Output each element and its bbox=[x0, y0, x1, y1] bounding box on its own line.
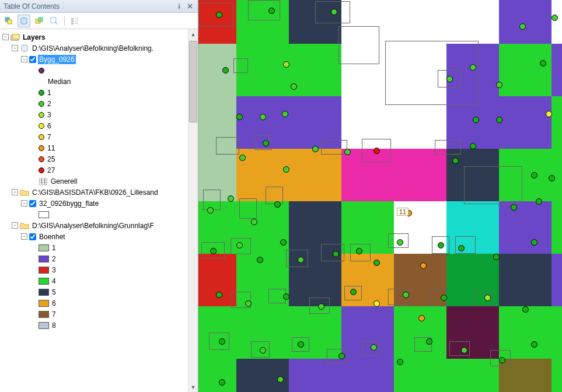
point-symbol bbox=[344, 149, 351, 155]
layers-root-label[interactable]: Layers bbox=[22, 33, 47, 42]
options-button[interactable] bbox=[68, 15, 81, 27]
grid-cell bbox=[499, 254, 551, 306]
datasource-path[interactable]: C:\GIS\BASISDATA\FKB\0926_Lillesand bbox=[31, 188, 159, 197]
symbol-label[interactable]: 7 bbox=[51, 310, 57, 319]
point-symbol bbox=[546, 111, 552, 117]
close-icon[interactable] bbox=[185, 2, 194, 10]
point-symbol bbox=[283, 166, 289, 173]
point-symbol bbox=[268, 8, 275, 14]
symbol-circle bbox=[39, 156, 44, 162]
point-symbol bbox=[397, 359, 403, 365]
list-by-selection-button[interactable] bbox=[48, 15, 61, 27]
point-symbol bbox=[519, 23, 526, 30]
symbol-label[interactable]: 5 bbox=[51, 288, 57, 297]
symbol-label[interactable] bbox=[46, 70, 48, 71]
scroll-down-button[interactable]: ▼ bbox=[189, 382, 198, 392]
scroll-thumb[interactable] bbox=[189, 41, 197, 123]
datasource-path[interactable]: D:\GIS\Analyser\Befolkning\Befolkning. bbox=[31, 44, 155, 53]
point-symbol bbox=[283, 293, 289, 300]
toc-panel: Table Of Contents − Layers −D:\GIS\Analy… bbox=[0, 0, 198, 392]
list-by-source-button[interactable] bbox=[18, 15, 30, 27]
point-symbol bbox=[282, 111, 288, 117]
svg-rect-6 bbox=[71, 18, 74, 20]
point-symbol bbox=[338, 353, 345, 359]
layer-checkbox[interactable] bbox=[29, 200, 36, 207]
expand-toggle[interactable]: − bbox=[21, 200, 27, 206]
point-symbol bbox=[531, 239, 537, 246]
expand-toggle[interactable]: − bbox=[12, 45, 18, 51]
point-symbol bbox=[397, 239, 403, 246]
datasource-path[interactable]: D:\GIS\Analyser\Befolkning\Grunnlag\F bbox=[31, 221, 155, 230]
symbol-label[interactable]: 25 bbox=[46, 155, 56, 164]
toolbar-separator bbox=[64, 16, 65, 26]
symbol-label[interactable]: 7 bbox=[46, 132, 53, 142]
point-symbol bbox=[470, 64, 476, 71]
expand-toggle[interactable]: − bbox=[21, 56, 27, 62]
building-outline bbox=[266, 187, 283, 204]
scroll-up-button[interactable]: ▲ bbox=[189, 29, 198, 39]
layer-tree[interactable]: − Layers −D:\GIS\Analyser\Befolkning\Bef… bbox=[0, 29, 198, 392]
point-symbol bbox=[371, 344, 377, 351]
point-symbol bbox=[356, 248, 362, 254]
toc-scrollbar[interactable]: ▲ ▼ bbox=[188, 29, 198, 392]
symbol-label[interactable]: 27 bbox=[46, 166, 56, 175]
building-outline bbox=[216, 137, 239, 155]
symbol-label[interactable]: 4 bbox=[51, 276, 57, 286]
symbol-circle bbox=[39, 112, 44, 118]
point-symbol bbox=[263, 140, 269, 146]
expand-toggle[interactable]: − bbox=[2, 34, 9, 40]
layer-name[interactable]: Bygg_0926 bbox=[38, 55, 76, 64]
point-symbol bbox=[280, 239, 287, 246]
symbol-label[interactable]: 6 bbox=[51, 299, 57, 308]
symbol-label[interactable]: 11 bbox=[46, 144, 56, 153]
toc-titlebar: Table Of Contents bbox=[0, 0, 198, 13]
symbol-label[interactable]: 6 bbox=[46, 121, 53, 131]
point-symbol bbox=[531, 172, 537, 178]
point-symbol bbox=[210, 248, 217, 254]
point-symbol bbox=[499, 357, 505, 363]
symbol-label[interactable]: 1 bbox=[46, 88, 53, 97]
symbol-label[interactable]: 1 bbox=[51, 243, 57, 253]
building-outline bbox=[464, 166, 522, 204]
building-outline bbox=[248, 0, 280, 20]
point-symbol bbox=[283, 61, 289, 68]
symbol-circle bbox=[39, 167, 44, 173]
toc-title: Table Of Contents bbox=[4, 2, 60, 10]
symbol-circle bbox=[39, 90, 44, 96]
layer-checkbox[interactable] bbox=[29, 56, 36, 63]
layer-checkbox[interactable] bbox=[29, 233, 36, 240]
symbol-label[interactable]: 8 bbox=[51, 321, 57, 330]
point-symbol bbox=[245, 300, 252, 307]
expand-toggle[interactable]: − bbox=[12, 222, 18, 229]
grid-cell bbox=[499, 44, 551, 96]
point-symbol bbox=[458, 245, 465, 251]
point-symbol bbox=[331, 9, 337, 15]
list-by-drawing-order-button[interactable] bbox=[2, 15, 15, 27]
symbol-label[interactable]: 3 bbox=[46, 110, 53, 120]
toc-toolbar bbox=[0, 13, 198, 29]
list-by-visibility-button[interactable] bbox=[33, 15, 46, 27]
point-symbol bbox=[426, 338, 432, 345]
symbol-label[interactable]: 2 bbox=[46, 99, 53, 108]
point-symbol bbox=[260, 347, 266, 354]
layer-name[interactable]: Boenhet bbox=[38, 232, 67, 242]
symbol-label[interactable]: 3 bbox=[51, 265, 57, 275]
point-symbol bbox=[239, 155, 246, 161]
point-symbol bbox=[420, 262, 427, 269]
point-symbol bbox=[298, 257, 304, 263]
symbol-label[interactable]: 2 bbox=[51, 254, 57, 264]
table-name[interactable]: Generell bbox=[50, 177, 78, 186]
expand-toggle[interactable]: − bbox=[21, 233, 27, 240]
layer-name[interactable]: 32_0926bygg_flate bbox=[38, 199, 100, 208]
svg-rect-1 bbox=[8, 20, 12, 24]
point-symbol bbox=[298, 341, 304, 348]
grid-cell bbox=[551, 201, 562, 254]
grid-cell bbox=[394, 149, 446, 201]
point-symbol bbox=[257, 257, 263, 263]
building-outline bbox=[286, 250, 308, 267]
map-view[interactable]: 11 bbox=[198, 0, 562, 392]
pin-icon[interactable] bbox=[174, 2, 184, 10]
expand-toggle[interactable]: − bbox=[12, 189, 18, 195]
building-outline bbox=[385, 41, 479, 105]
point-symbol bbox=[222, 67, 229, 74]
